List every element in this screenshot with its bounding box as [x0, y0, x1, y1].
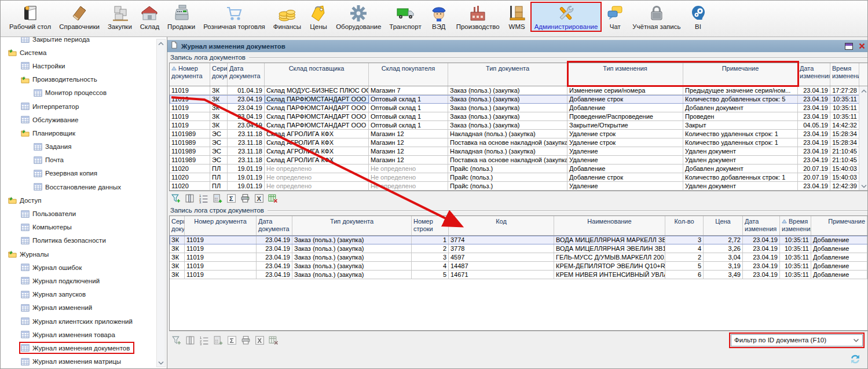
table-cell[interactable]: 23.04.19 [228, 112, 265, 120]
table-cell[interactable]: Заказ (польз.) (закупка) [292, 236, 412, 244]
table-cell[interactable]: 23.11.18 [228, 138, 265, 147]
table-cell[interactable]: 23.04.19 [743, 271, 780, 279]
table-cell[interactable]: 23.04.19 [228, 104, 265, 112]
column-header[interactable]: Дата изменения [743, 216, 780, 235]
toolbar-item-prices[interactable]: Цены [305, 2, 332, 32]
table-cell[interactable]: 11020 [170, 165, 210, 173]
tree-item[interactable]: Компьютеры [1, 221, 156, 234]
sum-button[interactable]: Σ [226, 193, 236, 203]
tree-item[interactable]: Журналы [1, 247, 156, 261]
tree-item[interactable]: Журнал запусков [1, 288, 156, 301]
tree-item[interactable]: Журнал изменения товара [1, 328, 156, 341]
table-cell[interactable]: ЗК [170, 244, 185, 253]
scroll-down-icon[interactable] [158, 360, 164, 366]
table-row[interactable]: ЗК1101923.04.19Заказ (польз.) (закупка)3… [170, 253, 868, 262]
tree-item[interactable]: Резервная копия [1, 167, 156, 180]
table-cell[interactable]: 21:10:45 [830, 156, 859, 164]
column-visibility-button[interactable] [185, 335, 195, 345]
table-cell[interactable]: 10:35:11 [780, 262, 811, 270]
tree-item[interactable]: Закрытие периода [1, 37, 156, 46]
table-cell[interactable]: Добавление [811, 271, 867, 279]
table-cell[interactable]: Добавление [811, 253, 867, 261]
toolbar-item-desktop[interactable]: Рабочий стол [5, 2, 55, 32]
table-cell[interactable]: Предыдущее значение серия/ном... [683, 86, 798, 94]
table-cell[interactable]: КРЕМ НИВЕЯ ИНТЕНСИВНЫЙ УВЛА... [554, 271, 665, 279]
table-cell[interactable]: 23.04.19 [798, 112, 830, 120]
table-cell[interactable]: 1101989 [170, 156, 210, 164]
table-cell[interactable]: 2 [665, 253, 704, 261]
table-cell[interactable]: 5 [412, 271, 449, 279]
toolbar-item-account[interactable]: Учётная запись [628, 2, 684, 32]
table-row[interactable]: 11019ЗК23.04.19Склад ПАРФЮМСТАНДАРТ ОООО… [170, 121, 868, 130]
table-cell[interactable]: Заказ (польз.) (закупка) [292, 271, 412, 279]
row-numbering-button[interactable]: 123 [199, 193, 208, 203]
excel-export-button[interactable]: X [254, 193, 264, 203]
table-cell[interactable]: Заказ (польз.) (закупка) [448, 121, 567, 129]
tree-item[interactable]: Система [1, 46, 156, 59]
column-header[interactable]: Код [449, 216, 554, 235]
toolbar-item-retail[interactable]: Розничная торговля [199, 2, 269, 32]
row-numbering-button[interactable]: 123 [199, 335, 209, 345]
table-cell[interactable]: ЗК [210, 86, 228, 94]
table-cell[interactable]: 23.04.19 [743, 236, 780, 244]
table-cell[interactable]: Добавлен документ [683, 165, 798, 173]
table-cell[interactable]: Не определено [369, 182, 448, 190]
table-cell[interactable]: Количество удаленных строк: 1 [683, 130, 798, 138]
table-row[interactable]: 11019ЗК23.04.19Склад ПАРФЮМСТАНДАРТ ОООО… [170, 95, 868, 104]
table-cell[interactable]: Поставка на основе накладной (закупка) [448, 138, 567, 147]
table-cell[interactable]: Количество добавленных строк: 1 [683, 173, 798, 181]
table-cell[interactable]: КРЕМ-ДЕПИЛЯТОР ЭВЕЛИН Q10+R ... [554, 262, 665, 270]
table-cell[interactable]: Склад АГРОЛИГА КФХ [265, 156, 369, 164]
tree-item[interactable]: Журнал ошибок [1, 261, 156, 274]
table-cell[interactable]: 4597 [449, 253, 554, 261]
table-cell[interactable]: Оптовый склад 1 [369, 104, 448, 112]
table-cell[interactable]: 14671 [449, 271, 554, 279]
tree-item[interactable]: Обслуживание [1, 113, 156, 126]
calculator-add-button[interactable] [213, 335, 223, 345]
table-cell[interactable]: Добавление [567, 165, 683, 173]
table-cell[interactable]: 2,72 [704, 236, 743, 244]
tree-item[interactable]: Производительность [1, 73, 156, 86]
table-cell[interactable]: 1101989 [170, 138, 210, 147]
table-row[interactable]: 1101989ЭС23.11.18Склад АГРОЛИГА КФХМагаз… [170, 138, 868, 147]
table-cell[interactable]: 3,26 [704, 244, 743, 253]
table-cell[interactable]: 01.04.19 [228, 86, 265, 94]
column-header[interactable]: Тип изменения [567, 63, 683, 86]
table-cell[interactable]: 23.04.19 [743, 244, 780, 253]
table-cell[interactable]: Накладная (польз.) (закупка) [448, 130, 567, 138]
table-cell[interactable]: 15:28:34 [830, 138, 859, 147]
table-cell[interactable]: 20.07.19 [798, 165, 830, 173]
table-cell[interactable]: 20.07.19 [798, 173, 830, 181]
table-cell[interactable]: ЗК [210, 121, 228, 129]
table-cell[interactable]: 11019 [185, 244, 257, 253]
table-cell[interactable]: Магазин 12 [369, 147, 448, 155]
column-header[interactable]: Номер строки [412, 216, 449, 235]
table-cell[interactable]: 3 [412, 253, 449, 261]
scroll-up-icon[interactable] [860, 88, 867, 94]
table-cell[interactable]: ПЛ [210, 173, 228, 181]
table-cell[interactable]: 4 [665, 244, 704, 253]
table-cell[interactable]: 11020 [170, 182, 210, 190]
table-cell[interactable]: ЭС [210, 138, 228, 147]
table-cell[interactable]: Закрыт [683, 121, 798, 129]
table-cell[interactable]: 3778 [449, 244, 554, 253]
column-header[interactable]: Дата документа [257, 216, 292, 235]
table-cell[interactable]: Оптовый склад 1 [369, 95, 448, 103]
toolbar-item-chat[interactable]: Чат [602, 2, 628, 32]
table-cell[interactable]: ВОДА МИЦЕЛЛЯРНАЯ МАРКЕЛЛ ЗВ... [554, 236, 665, 244]
table-cell[interactable]: 2 [412, 244, 449, 253]
column-header[interactable]: Цена [704, 216, 743, 235]
table-row[interactable]: 11020ПЛ19.01.19Не определеноНе определен… [170, 173, 868, 182]
table-cell[interactable]: Изменение серии/номера [567, 86, 683, 94]
table-cell[interactable]: Количество удаленных строк: 1 [683, 138, 798, 147]
print-button[interactable] [241, 335, 251, 345]
table-cell[interactable]: Закрытие/Открытие [567, 121, 683, 129]
table-cell[interactable]: 10:35:11 [830, 104, 859, 112]
table-cell[interactable]: 4 [412, 262, 449, 270]
column-header[interactable]: Время изменения [830, 63, 859, 86]
table-cell[interactable]: Проведен [683, 112, 798, 120]
table-cell[interactable]: Склад ПАРФЮМСТАНДАРТ ООО [265, 104, 369, 112]
tree-item[interactable]: Почта [1, 154, 156, 167]
scroll-down-icon[interactable] [860, 183, 867, 189]
table-cell[interactable]: 23.04.19 [257, 253, 292, 261]
